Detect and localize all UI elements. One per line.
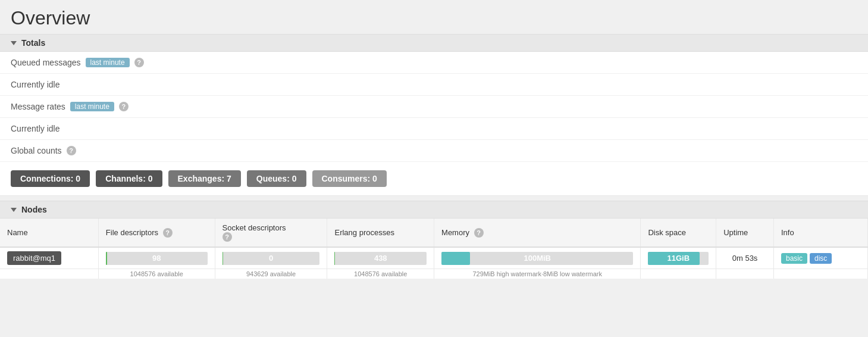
channels-label: Channels: (105, 174, 148, 183)
totals-section: Queued messages last minute ? Currently … (0, 52, 868, 162)
node-name-cell: rabbit@mq1 (0, 247, 98, 269)
totals-collapse-chevron[interactable] (11, 41, 17, 45)
sub-erlang-cell: 1048576 available (327, 269, 434, 279)
counts-row: Connections: 0 Channels: 0 Exchanges: 7 … (0, 162, 868, 196)
erlang-bar: 438 (334, 252, 427, 265)
memory-help-icon[interactable]: ? (474, 228, 484, 238)
page-container: Overview Totals Queued messages last min… (0, 0, 868, 337)
socket-descriptors-cell: 0 (215, 247, 327, 269)
disk-bar: 11GiB (648, 252, 709, 265)
totals-section-header[interactable]: Totals (0, 34, 868, 52)
consumers-button[interactable]: Consumers: 0 (312, 170, 387, 187)
memory-watermark: 729MiB high watermark·8MiB low watermark (472, 270, 602, 277)
info-tags-container: basic disc (781, 253, 860, 264)
page-title: Overview (0, 0, 868, 34)
memory-value: 100MiB (524, 254, 551, 263)
queues-button[interactable]: Queues: 0 (247, 170, 306, 187)
sub-memory-cell: 729MiB high watermark·8MiB low watermark (434, 269, 641, 279)
queued-messages-label: Queued messages (11, 58, 81, 67)
file-desc-bar-fill (106, 252, 107, 265)
col-erlang-processes: Erlang processes (327, 219, 434, 247)
socket-desc-available: 943629 available (246, 270, 296, 277)
message-rates-label: Message rates (11, 102, 65, 111)
message-rates-row: Message rates last minute ? (0, 96, 868, 118)
consumers-value: 0 (372, 174, 377, 183)
channels-value: 0 (148, 174, 153, 183)
socket-desc-value: 0 (269, 254, 273, 263)
info-cell: basic disc (773, 247, 867, 269)
global-counts-row: Global counts ? (0, 140, 868, 162)
exchanges-button[interactable]: Exchanges: 7 (168, 170, 241, 187)
nodes-collapse-chevron[interactable] (11, 208, 17, 212)
erlang-value: 438 (374, 254, 387, 263)
global-counts-help-icon[interactable]: ? (67, 146, 76, 155)
connections-value: 0 (76, 174, 80, 183)
socket-desc-help-icon[interactable]: ? (223, 232, 232, 242)
sub-uptime-cell (716, 269, 774, 279)
queued-messages-badge[interactable]: last minute (86, 58, 130, 67)
connections-button[interactable]: Connections: 0 (11, 170, 90, 187)
consumers-label: Consumers: (322, 174, 373, 183)
col-disk-space: Disk space (641, 219, 716, 247)
nodes-table: Name File descriptors ? Socket descripto… (0, 219, 868, 279)
col-file-descriptors: File descriptors ? (98, 219, 215, 247)
col-uptime: Uptime (716, 219, 774, 247)
queues-label: Queues: (256, 174, 292, 183)
memory-bar: 100MiB (441, 252, 633, 265)
node-name-badge[interactable]: rabbit@mq1 (7, 251, 61, 265)
col-name: Name (0, 219, 98, 247)
disk-value: 11GiB (667, 254, 690, 263)
sub-disk-cell (641, 269, 716, 279)
file-desc-value: 98 (152, 254, 161, 263)
queued-messages-help-icon[interactable]: ? (134, 58, 144, 67)
socket-desc-bar: 0 (223, 252, 320, 265)
memory-cell: 100MiB (434, 247, 641, 269)
sub-socket-desc-cell: 943629 available (215, 269, 327, 279)
info-tag-basic: basic (781, 253, 807, 264)
queued-messages-row: Queued messages last minute ? (0, 52, 868, 74)
node-row-rabbit-mq1: rabbit@mq1 98 0 (0, 247, 868, 269)
sub-name-cell (0, 269, 98, 279)
disk-space-cell: 11GiB (641, 247, 716, 269)
message-rates-idle-label: Currently idle (11, 124, 59, 133)
connections-label: Connections: (20, 174, 76, 183)
erlang-processes-cell: 438 (327, 247, 434, 269)
uptime-value: 0m 53s (732, 254, 758, 263)
erlang-bar-fill (334, 252, 335, 265)
message-rates-badge[interactable]: last minute (70, 102, 114, 111)
col-info: Info (773, 219, 867, 247)
channels-button[interactable]: Channels: 0 (96, 170, 162, 187)
info-tag-disc: disc (810, 253, 832, 264)
file-desc-help-icon[interactable]: ? (163, 228, 173, 238)
queued-messages-idle-row: Currently idle (0, 74, 868, 96)
uptime-cell: 0m 53s (716, 247, 774, 269)
sub-info-cell (773, 269, 867, 279)
col-socket-descriptors: Socket descriptors ? (215, 219, 327, 247)
totals-section-label: Totals (21, 38, 45, 48)
erlang-available: 1048576 available (354, 270, 407, 277)
message-rates-help-icon[interactable]: ? (119, 102, 129, 111)
nodes-section-label: Nodes (21, 205, 47, 214)
file-desc-bar: 98 (106, 252, 208, 265)
node-sub-row-rabbit-mq1: 1048576 available 943629 available 10485… (0, 269, 868, 279)
exchanges-value: 7 (227, 174, 231, 183)
message-rates-idle-row: Currently idle (0, 118, 868, 140)
queued-messages-idle-label: Currently idle (11, 80, 59, 89)
nodes-table-header-row: Name File descriptors ? Socket descripto… (0, 219, 868, 247)
col-memory: Memory ? (434, 219, 641, 247)
file-desc-available: 1048576 available (130, 270, 183, 277)
exchanges-label: Exchanges: (178, 174, 227, 183)
memory-bar-fill (441, 252, 470, 265)
global-counts-label: Global counts (11, 146, 62, 155)
nodes-section-header[interactable]: Nodes (0, 201, 868, 219)
queues-value: 0 (292, 174, 297, 183)
file-descriptors-cell: 98 (98, 247, 215, 269)
sub-file-desc-cell: 1048576 available (98, 269, 215, 279)
